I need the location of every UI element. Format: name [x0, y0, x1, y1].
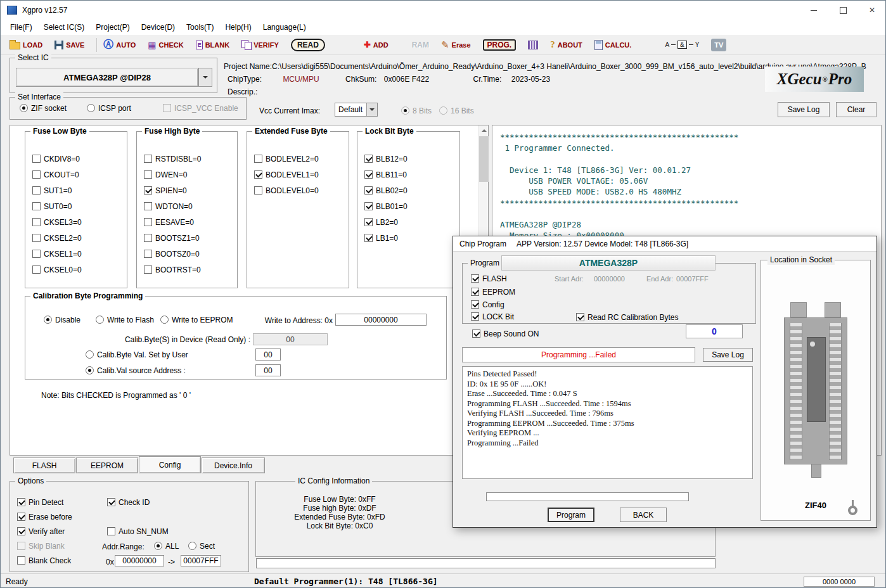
program-button[interactable]: Program [548, 508, 594, 522]
back-button[interactable]: BACK [620, 508, 667, 522]
bodlevel1-checkbox[interactable]: BODLEVEL1=0 [254, 170, 319, 179]
lock-bit-checkbox[interactable]: LOCK Bit [471, 312, 514, 321]
icsp-port-radio[interactable]: ICSP port [87, 103, 131, 113]
sut1-checkbox[interactable]: SUT1=0 [32, 186, 72, 195]
tab-config[interactable]: Config [139, 456, 201, 473]
wdton-checkbox[interactable]: WDTON=0 [144, 201, 193, 211]
addr-range-all-radio[interactable]: ALL [154, 541, 179, 551]
tab-device-info[interactable]: Device.Info [202, 457, 265, 473]
beep-sound-checkbox[interactable]: Beep Sound ON [472, 329, 539, 338]
calib-user-byte-radio[interactable]: Calib.Byte Val. Set by User [86, 350, 188, 359]
pin-detect-checkbox[interactable]: Pin Detect [17, 497, 63, 507]
blank-check-checkbox[interactable]: Blank Check [17, 556, 71, 565]
menu-help[interactable]: Help(H) [219, 20, 257, 35]
vcc-imax-label: Vcc Current Imax: [259, 106, 320, 115]
logic-gate-button[interactable]: A&Y [664, 37, 700, 53]
auto-sn-checkbox[interactable]: Auto SN_NUM [107, 527, 169, 536]
skip-blank-checkbox[interactable]: Skip Blank [17, 541, 65, 551]
verify-button[interactable]: VERIFY [240, 37, 280, 53]
calib-disable-radio[interactable]: Disable [44, 315, 80, 324]
erase-before-checkbox[interactable]: Erase before [17, 512, 72, 521]
combo-arrow-icon[interactable] [366, 103, 377, 116]
menu-project[interactable]: Project(P) [90, 20, 135, 35]
scroll-up-icon[interactable] [479, 125, 489, 136]
ram-button[interactable]: RAM [411, 37, 430, 53]
blb02-checkbox[interactable]: BLB02=0 [364, 186, 408, 195]
calib-write-eeprom-radio[interactable]: Write to EEPROM [160, 315, 233, 324]
prog-button[interactable]: PROG. [482, 37, 518, 53]
cksel3-checkbox[interactable]: CKSEL3=0 [32, 217, 82, 227]
save-button[interactable]: SAVE [53, 37, 86, 53]
blank-button[interactable]: BLANK [195, 37, 231, 53]
icsp-vcc-checkbox[interactable]: ICSP_VCC Enable [163, 103, 238, 113]
ic-test-button[interactable] [527, 37, 539, 53]
write-address-input[interactable] [335, 314, 427, 326]
bootsz1-checkbox[interactable]: BOOTSZ1=0 [144, 233, 200, 243]
maximize-icon[interactable] [828, 1, 857, 20]
gate-wire [671, 44, 676, 45]
clear-button[interactable]: Clear [836, 102, 876, 117]
spien-checkbox[interactable]: SPIEN=0 [144, 186, 187, 195]
sut0-checkbox[interactable]: SUT0=0 [32, 201, 72, 211]
flash-checkbox[interactable]: FLASH [471, 274, 507, 283]
blb12-checkbox[interactable]: BLB12=0 [364, 154, 408, 163]
close-icon[interactable] [857, 1, 886, 20]
blb11-checkbox[interactable]: BLB11=0 [364, 170, 407, 179]
tv-button[interactable]: TV [710, 37, 728, 53]
addr-range-sect-radio[interactable]: Sect [188, 541, 215, 551]
status-ready: Ready [6, 577, 28, 586]
check-id-checkbox[interactable]: Check ID [107, 497, 150, 507]
menu-language[interactable]: Language(L) [257, 20, 312, 35]
bootsz0-checkbox[interactable]: BOOTSZ0=0 [144, 249, 200, 259]
erase-button[interactable]: Erase [440, 37, 472, 53]
minimize-icon[interactable] [799, 1, 828, 20]
eesave-checkbox[interactable]: EESAVE=0 [144, 217, 194, 227]
ckout-checkbox[interactable]: CKOUT=0 [32, 170, 79, 179]
lb2-checkbox[interactable]: LB2=0 [364, 217, 398, 227]
bodlevel0-checkbox[interactable]: BODLEVEL0=0 [254, 186, 319, 195]
read-button[interactable]: READ [290, 37, 326, 53]
ckdiv8-checkbox[interactable]: CKDIV8=0 [32, 154, 80, 163]
range-start-input[interactable] [115, 555, 164, 566]
menu-file[interactable]: File(F) [4, 20, 38, 35]
blb01-checkbox[interactable]: BLB01=0 [364, 201, 408, 211]
load-button[interactable]: LOAD [8, 37, 44, 53]
cksel0-checkbox[interactable]: CKSEL0=0 [32, 265, 82, 274]
save-log-button[interactable]: Save Log [778, 102, 830, 117]
read-rc-checkbox[interactable]: Read RC Calibration Bytes [576, 312, 678, 322]
auto-button[interactable]: AUTO [102, 37, 137, 53]
calib-source-address-radio[interactable]: Calib.Val source Address : [86, 366, 186, 375]
select-ic-dropdown-button[interactable] [198, 68, 212, 87]
vcc-imax-combo[interactable]: Default [335, 103, 378, 117]
tab-flash[interactable]: FLASH [13, 457, 75, 473]
calib-write-flash-radio[interactable]: Write to Flash [96, 315, 154, 324]
rstdisbl-checkbox[interactable]: RSTDISBL=0 [144, 154, 201, 163]
dwen-checkbox[interactable]: DWEN=0 [144, 170, 187, 179]
calcu-button[interactable]: CALCU. [593, 37, 633, 53]
eeprom-checkbox[interactable]: EEPROM [471, 287, 515, 297]
bits8-radio[interactable]: 8 Bits [401, 106, 432, 115]
calib-source-address-input[interactable] [255, 364, 281, 376]
dialog-save-log-button[interactable]: Save Log [703, 348, 753, 362]
config-checkbox[interactable]: Config [471, 300, 504, 309]
scrollbar-thumb[interactable] [479, 136, 489, 182]
cksel1-checkbox[interactable]: CKSEL1=0 [32, 249, 82, 259]
calib-user-byte-input[interactable] [255, 348, 281, 361]
add-button[interactable]: ADD [363, 37, 390, 53]
selected-ic-display[interactable]: ATMEGA328P @DIP28 [16, 68, 198, 87]
bootrst-checkbox[interactable]: BOOTRST=0 [144, 265, 201, 274]
about-button[interactable]: ABOUT [549, 37, 584, 53]
zif-socket-radio[interactable]: ZIF socket [20, 103, 67, 113]
xgecu-pro-logo: XGecu®Pro [765, 67, 864, 92]
check-button[interactable]: CHECK [146, 37, 184, 53]
menu-select-ic[interactable]: Select IC(S) [38, 20, 91, 35]
menu-tools[interactable]: Tools(T) [181, 20, 219, 35]
bodlevel2-checkbox[interactable]: BODLEVEL2=0 [254, 154, 319, 163]
menu-device[interactable]: Device(D) [136, 20, 181, 35]
verify-after-checkbox[interactable]: Verify after [17, 527, 65, 536]
range-end-input[interactable] [181, 555, 221, 566]
cksel2-checkbox[interactable]: CKSEL2=0 [32, 233, 82, 243]
bits16-radio[interactable]: 16 Bits [439, 106, 474, 115]
tab-eeprom[interactable]: EEPROM [76, 457, 138, 473]
lb1-checkbox[interactable]: LB1=0 [364, 233, 398, 243]
